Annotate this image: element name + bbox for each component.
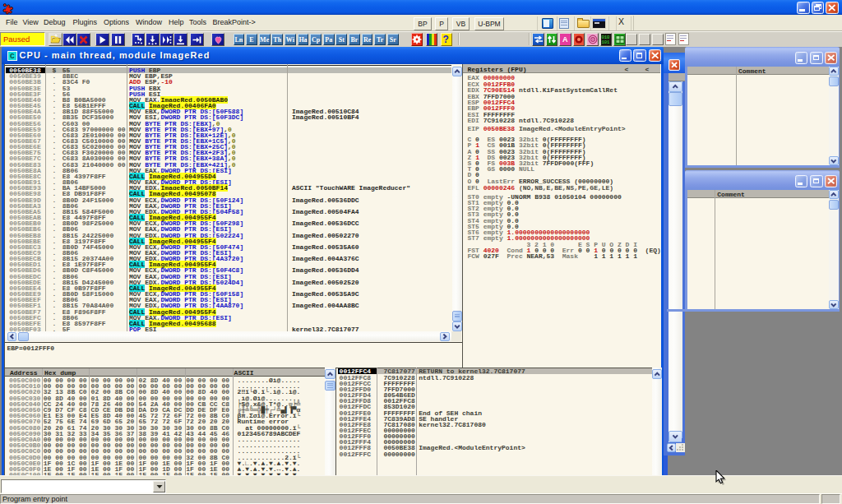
svg-text:101: 101 (602, 39, 611, 45)
